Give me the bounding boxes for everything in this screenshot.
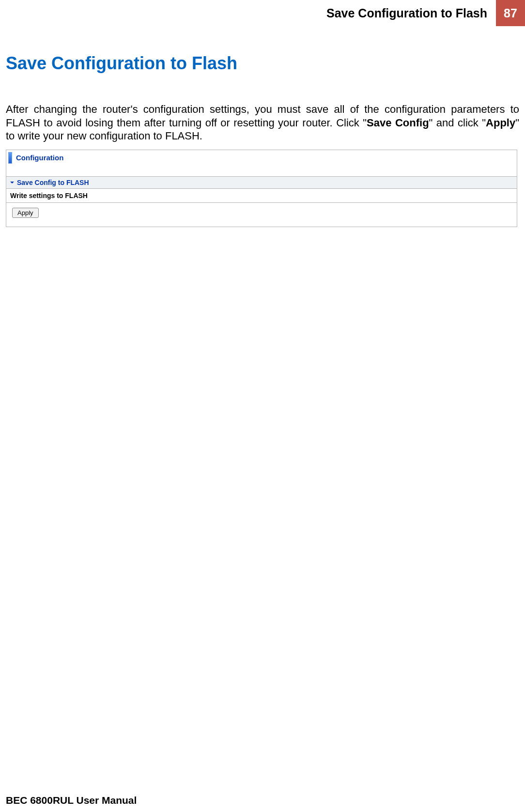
section-title: Save Config to FLASH xyxy=(17,179,89,186)
page-title: Save Configuration to Flash xyxy=(6,53,519,74)
footer-text: BEC 6800RUL User Manual xyxy=(6,795,137,806)
section-row[interactable]: Save Config to FLASH xyxy=(6,177,517,189)
body-paragraph: After changing the router's configuratio… xyxy=(6,103,519,143)
page-number: 87 xyxy=(504,6,517,20)
header-section-title: Save Configuration to Flash xyxy=(326,0,496,26)
config-header-wrap: Configuration xyxy=(6,150,517,177)
blue-accent-bar xyxy=(8,152,12,164)
config-header: Configuration xyxy=(8,152,515,164)
para-bold-1: Save Config xyxy=(367,117,429,129)
description-text: Write settings to FLASH xyxy=(10,192,88,199)
button-row: Apply xyxy=(6,203,517,227)
content-area: Save Configuration to Flash After changi… xyxy=(0,0,525,227)
description-row: Write settings to FLASH xyxy=(6,189,517,203)
para-bold-2: Apply xyxy=(486,117,515,129)
para-text-2: " and click " xyxy=(429,117,486,129)
config-header-title: Configuration xyxy=(12,152,63,164)
chevron-down-icon xyxy=(9,180,15,185)
page-number-box: 87 xyxy=(496,0,525,26)
page-header: Save Configuration to Flash 87 xyxy=(326,0,525,26)
apply-button[interactable]: Apply xyxy=(12,208,39,218)
config-panel: Configuration Save Config to FLASH Write… xyxy=(6,150,517,227)
